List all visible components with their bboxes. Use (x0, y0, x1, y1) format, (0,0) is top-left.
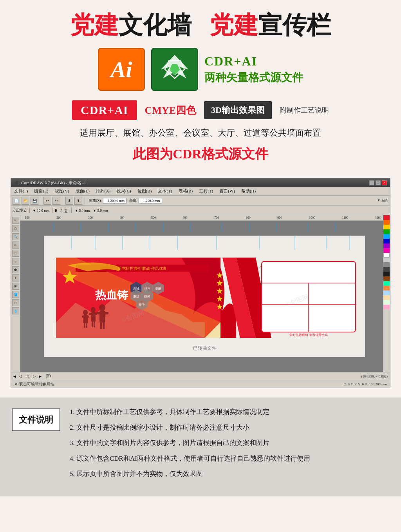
swatch-gray[interactable] (383, 258, 390, 262)
tool-save[interactable]: 💾 (31, 197, 38, 205)
menu-window[interactable]: 窗口(W) (218, 188, 237, 194)
font-size: ▼ 10.0 mm (33, 209, 49, 212)
menu-tools[interactable]: 工具(T) (197, 188, 215, 194)
desc-line: 适用展厅、展馆、办公室、会议室、大厅、过道等公共墙面布置 (8, 127, 393, 139)
swatch-green[interactable] (383, 229, 390, 234)
menu-view[interactable]: 视图(V) (53, 188, 71, 194)
swatch-white[interactable] (383, 253, 390, 258)
menu-file[interactable]: 文件(F) (13, 188, 29, 194)
cdr-menubar: 文件(F) 编辑(E) 视图(V) 版面(L) 排列(A) 效果(C) 位图(B… (11, 187, 390, 196)
svg-text:听党指挥  能打胜战  作风优良: 听党指挥 能打胜战 作风优良 (118, 266, 167, 271)
menu-table[interactable]: 表格(B) (177, 188, 195, 194)
swatch-teal[interactable] (383, 281, 390, 286)
svg-rect-43 (94, 321, 95, 327)
svg-rect-36 (84, 323, 85, 328)
page-next[interactable]: ▶ (39, 374, 42, 378)
swatch-orange[interactable] (383, 220, 390, 225)
status-right: C: 0 M: 0 Y: 0 K: 100 200 mm (343, 382, 387, 386)
sep3 (71, 208, 72, 213)
format-line1: CDR+AI (204, 54, 303, 69)
tool-eyedropper[interactable]: 💧 (12, 307, 19, 314)
italic-btn[interactable]: I (60, 209, 61, 212)
tool-fill[interactable]: 🪣 (12, 291, 19, 298)
swatch-pink[interactable] (383, 248, 390, 253)
tool-text[interactable]: T (12, 274, 19, 281)
zoom-value[interactable]: 1,200.0 mm (103, 198, 126, 203)
swatch-peach[interactable] (383, 295, 390, 300)
sep (29, 208, 30, 213)
height-value[interactable]: 1,200.0 mm (139, 198, 162, 203)
svg-rect-46 (96, 312, 101, 314)
page-prev2[interactable]: ◁ (19, 374, 22, 378)
note-item-2: 2. 文件尺寸是投稿比例缩小设计，制作时请务必注意尺寸大小 (70, 423, 389, 433)
menu-edit[interactable]: 编辑(E) (33, 188, 50, 194)
tool-export[interactable]: ⬆ (74, 197, 82, 205)
swatch-salmon[interactable] (383, 286, 390, 291)
separator1 (41, 198, 41, 204)
swatch-black[interactable] (383, 272, 390, 276)
bold-btn[interactable]: B (55, 209, 57, 212)
menu-help[interactable]: 帮助(H) (240, 188, 257, 194)
cdr-notice: 此图为CDR格式源文件 (8, 145, 393, 163)
svg-rect-42 (92, 321, 93, 327)
swatch-brown[interactable] (383, 276, 390, 281)
note-badge: 附制作工艺说明 (280, 105, 329, 115)
menu-effect[interactable]: 效果(C) (115, 188, 133, 194)
underline-btn[interactable]: U (65, 209, 67, 212)
maximize-btn[interactable]: □ (376, 180, 381, 185)
svg-text:拼搏: 拼搏 (144, 295, 150, 298)
notes-label: 文件说明 (12, 409, 60, 431)
3d-badge: 3D输出效果图 (204, 101, 272, 119)
tool-open[interactable]: 📂 (22, 197, 29, 205)
menu-layout[interactable]: 版面(L) (74, 188, 91, 194)
menu-text[interactable]: 文本(T) (156, 188, 173, 194)
swatch-red[interactable] (383, 215, 390, 220)
swatch-blue[interactable] (383, 234, 390, 239)
tool-new[interactable]: 📄 (13, 197, 20, 205)
cdr-canvas-area: | 10020030040050060070080090010001100120… (20, 215, 383, 372)
tool-undo[interactable]: ↩ (43, 197, 51, 205)
note-item-4: 4. 源文件包含CDR和AI两种文件格式，使用者可自行选择自己熟悉的软件进行使用 (70, 454, 389, 464)
tool-polygon[interactable]: ⬟ (12, 266, 19, 273)
svg-text:奋斗: 奋斗 (139, 303, 145, 306)
cdr-win-controls[interactable]: _ □ × (369, 180, 387, 185)
swatch-lightgreen[interactable] (383, 300, 390, 305)
swatch-darkblue[interactable] (383, 239, 390, 243)
font-select: 方正综艺 (13, 208, 27, 213)
tool-outline[interactable]: ◻ (12, 299, 19, 306)
swatch-yellow[interactable] (383, 225, 390, 229)
notes-section: 文件说明 1. 文件中所标制作工艺仅供参考，具体制作工艺要根据实际情况制定 2.… (0, 398, 401, 496)
tool-table-tool[interactable]: ⊞ (12, 283, 19, 290)
tool-redo[interactable]: ↪ (52, 197, 60, 205)
menu-arrange[interactable]: 排列(A) (94, 188, 112, 194)
swatch-midgray[interactable] (383, 262, 390, 267)
minimize-btn[interactable]: _ (369, 180, 374, 185)
cdr-toolbar1: 📄 📂 💾 ↩ ↪ ⬇ ⬆ 缩放(X): 1,200.0 mm 高度: 1,20… (11, 196, 390, 206)
svg-rect-48 (100, 322, 102, 329)
page-prev[interactable]: ◀ (13, 374, 16, 378)
svg-text:廉洁: 廉洁 (133, 295, 139, 298)
swatch-blush[interactable] (383, 305, 390, 309)
svg-text:争时先进班组 争当优秀士兵: 争时先进班组 争当优秀士兵 (289, 333, 328, 337)
page-next2[interactable]: ▷ (33, 374, 36, 378)
tool-freehand[interactable]: ✏ (12, 241, 19, 249)
swatch-purple[interactable] (383, 243, 390, 248)
sep2 (52, 208, 52, 213)
svg-point-44 (99, 304, 105, 311)
svg-text:奉献: 奉献 (155, 287, 161, 291)
svg-rect-40 (89, 313, 92, 315)
tool-import[interactable]: ⬇ (65, 197, 73, 205)
note-item-1: 1. 文件中所标制作工艺仅供参考，具体制作工艺要根据实际情况制定 (70, 407, 389, 417)
tool-rect[interactable]: □ (12, 250, 19, 257)
tool-zoom-tool[interactable]: 🔍 (12, 233, 19, 240)
svg-rect-34 (82, 316, 85, 318)
tool-ellipse[interactable]: ○ (12, 258, 19, 265)
swatch-darkgray[interactable] (383, 267, 390, 272)
tool-select[interactable]: ↖ (12, 217, 19, 224)
page-label: 页1 (46, 374, 52, 379)
cdr-main-area: ↖ ⬡ 🔍 ✏ □ ○ ⬟ T ⊞ 🪣 ◻ 💧 | 10020030040050… (11, 215, 390, 372)
menu-bitmap[interactable]: 位图(B) (136, 188, 154, 194)
tool-node[interactable]: ⬡ (12, 225, 19, 232)
swatch-lightblue[interactable] (383, 291, 390, 295)
close-btn[interactable]: × (382, 180, 387, 185)
